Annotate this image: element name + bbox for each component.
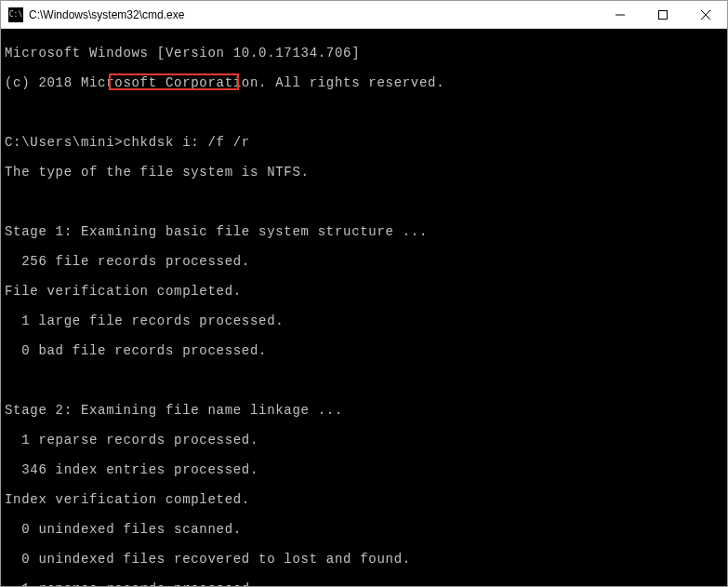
prompt-prefix: C:\Users\mini> [5,135,123,150]
output-line: The type of the file system is NTFS. [5,165,723,180]
cmd-window: C:\ C:\Windows\system32\cmd.exe Microsof… [0,0,728,587]
output-line: 0 bad file records processed. [5,343,723,358]
output-line: File verification completed. [5,284,723,299]
close-icon [701,10,710,20]
maximize-button[interactable] [642,1,684,28]
cmd-icon: C:\ [8,7,23,22]
output-blank [5,105,723,120]
window-title: C:\Windows\system32\cmd.exe [29,8,599,21]
cmd-icon-glyph: C:\ [9,11,22,19]
maximize-icon [658,10,668,20]
output-line: 256 file records processed. [5,254,723,269]
output-blank [5,194,723,209]
output-line: Index verification completed. [5,492,723,507]
window-controls [599,1,727,28]
prompt-line: C:\Users\mini>chkdsk i: /f /r [5,135,723,150]
output-blank [5,373,723,388]
output-line: Stage 1: Examining basic file system str… [5,224,723,239]
output-line: 1 reparse records processed. [5,581,723,586]
output-line: 1 large file records processed. [5,314,723,328]
close-button[interactable] [684,1,727,28]
output-line: 0 unindexed files scanned. [5,522,723,537]
svg-rect-1 [659,10,668,19]
minimize-button[interactable] [599,1,642,28]
output-line: Stage 2: Examining file name linkage ... [5,403,723,418]
minimize-icon [615,10,625,20]
output-line: 346 index entries processed. [5,462,723,477]
output-line: Microsoft Windows [Version 10.0.17134.70… [5,46,723,60]
output-line: (c) 2018 Microsoft Corporation. All righ… [5,75,723,90]
terminal-area[interactable]: Microsoft Windows [Version 10.0.17134.70… [1,29,727,586]
prompt-command: chkdsk i: /f /r [123,135,250,150]
titlebar[interactable]: C:\ C:\Windows\system32\cmd.exe [1,1,727,29]
output-line: 0 unindexed files recovered to lost and … [5,552,723,567]
output-line: 1 reparse records processed. [5,433,723,447]
